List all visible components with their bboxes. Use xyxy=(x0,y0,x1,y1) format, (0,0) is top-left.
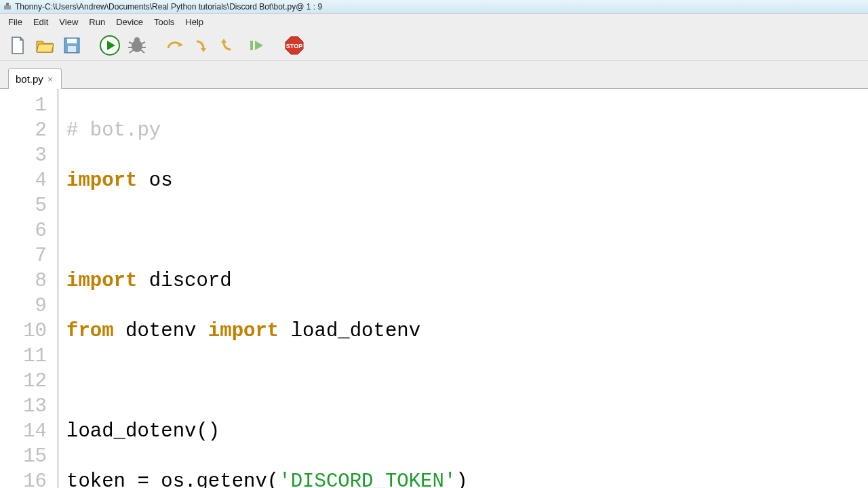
menu-file[interactable]: File xyxy=(3,15,28,29)
svg-rect-1 xyxy=(4,5,11,9)
line-number: 8 xyxy=(0,268,47,293)
line-number: 15 xyxy=(0,444,47,469)
run-icon[interactable] xyxy=(98,33,122,58)
debug-icon[interactable] xyxy=(125,33,149,58)
svg-text:STOP: STOP xyxy=(286,43,302,49)
line-number: 6 xyxy=(0,218,47,243)
line-number: 5 xyxy=(0,193,47,218)
step-out-icon[interactable] xyxy=(217,33,241,58)
line-number: 12 xyxy=(0,369,47,394)
svg-rect-4 xyxy=(68,46,76,52)
tabbar: bot.py × xyxy=(0,61,868,88)
code-line: from dotenv import load_dotenv xyxy=(66,319,868,344)
svg-marker-17 xyxy=(221,39,226,43)
close-icon[interactable]: × xyxy=(47,74,53,85)
svg-line-10 xyxy=(141,42,145,44)
code-line: load_dotenv() xyxy=(66,419,868,444)
line-number: 10 xyxy=(0,319,47,344)
menu-edit[interactable]: Edit xyxy=(28,15,54,29)
code-line xyxy=(66,218,868,243)
menu-view[interactable]: View xyxy=(54,15,83,29)
save-file-icon[interactable] xyxy=(60,33,84,58)
svg-rect-18 xyxy=(250,41,253,50)
line-number-gutter: 1 2 3 4 5 6 7 8 9 10 11 12 13 14 15 16 xyxy=(0,89,58,488)
code-area[interactable]: # bot.py import os import discord from d… xyxy=(58,89,868,488)
app-icon xyxy=(3,2,12,12)
code-line: # bot.py xyxy=(66,118,868,143)
titlebar: Thonny - C:\Users\Andrew\Documents\Real … xyxy=(0,0,868,14)
svg-marker-19 xyxy=(255,41,263,50)
code-line xyxy=(66,369,868,394)
line-number: 4 xyxy=(0,168,47,193)
menu-help[interactable]: Help xyxy=(180,15,209,29)
step-over-icon[interactable] xyxy=(163,33,187,58)
line-number: 14 xyxy=(0,419,47,444)
menu-tools[interactable]: Tools xyxy=(149,15,180,29)
svg-point-8 xyxy=(134,37,140,43)
svg-line-9 xyxy=(129,42,133,44)
editor: 1 2 3 4 5 6 7 8 9 10 11 12 13 14 15 16 #… xyxy=(0,88,868,488)
menu-run[interactable]: Run xyxy=(83,15,111,29)
app-name: Thonny xyxy=(15,2,42,12)
line-number: 1 xyxy=(0,93,47,118)
svg-rect-3 xyxy=(67,39,77,43)
line-number: 2 xyxy=(0,118,47,143)
resume-icon[interactable] xyxy=(244,33,269,58)
stop-icon[interactable]: STOP xyxy=(282,33,307,58)
menubar: File Edit View Run Device Tools Help xyxy=(0,14,868,30)
code-line: token = os.getenv('DISCORD_TOKEN') xyxy=(66,469,868,488)
svg-line-14 xyxy=(141,50,144,53)
toolbar: STOP xyxy=(0,30,868,61)
open-file-icon[interactable] xyxy=(33,33,57,58)
line-number: 9 xyxy=(0,293,47,319)
line-number: 16 xyxy=(0,469,47,488)
line-number: 13 xyxy=(0,394,47,419)
tab-label: bot.py xyxy=(16,73,43,85)
tab-bot-py[interactable]: bot.py × xyxy=(8,68,62,89)
line-number: 7 xyxy=(0,243,47,268)
svg-marker-16 xyxy=(201,48,206,52)
code-line: import os xyxy=(66,168,868,193)
step-into-icon[interactable] xyxy=(190,33,214,58)
code-line: import discord xyxy=(66,268,868,293)
line-number: 3 xyxy=(0,143,47,168)
line-number: 11 xyxy=(0,344,47,369)
menu-device[interactable]: Device xyxy=(111,15,149,29)
cursor-position: @ 1 : 9 xyxy=(296,2,322,12)
file-path: C:\Users\Andrew\Documents\Real Python tu… xyxy=(45,2,296,12)
new-file-icon[interactable] xyxy=(5,33,30,58)
svg-line-13 xyxy=(130,50,133,53)
